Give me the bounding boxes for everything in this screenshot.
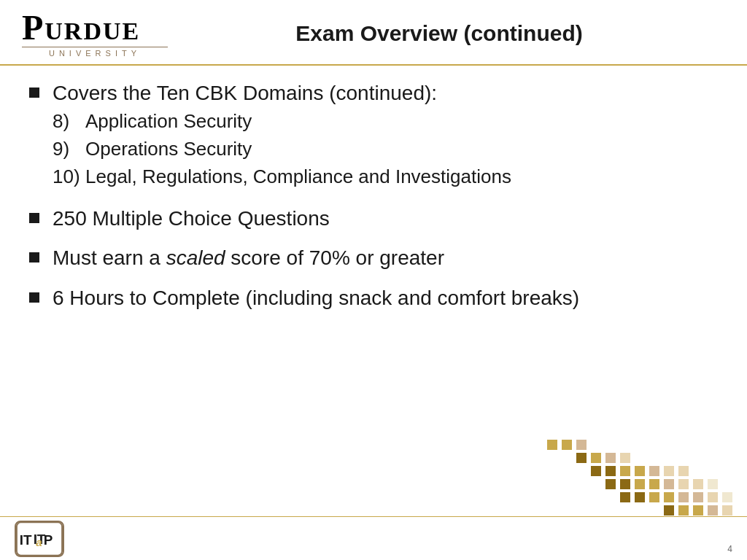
slide-title: Exam Overview (continued) (168, 21, 725, 46)
subitem-8-num: 8) (53, 109, 85, 134)
subitem-10-num: 10) (53, 165, 85, 190)
bullet4-text: 6 Hours to Complete (including snack and… (53, 287, 579, 309)
bullet3-text-after: score of 70% or greater (225, 246, 444, 269)
bullet-item-2: 250 Multiple Choice Questions (29, 206, 718, 232)
svg-text:P: P (44, 532, 53, 548)
subitem-8-text: Application Security (85, 109, 718, 134)
decorative-dots (514, 432, 732, 520)
bullet3-text-italic: scaled (166, 246, 225, 269)
bullet-list: Covers the Ten CBK Domains (continued): … (29, 80, 718, 311)
svg-text:IT: IT (20, 532, 32, 548)
bullet-square-2 (29, 213, 39, 223)
itap-logo: IT IT IT a P (15, 521, 64, 557)
bullet-item-4: 6 Hours to Complete (including snack and… (29, 285, 718, 311)
bullet3-text-before: Must earn a (53, 246, 166, 269)
bullet-square-3 (29, 252, 39, 262)
subitem-10: 10) Legal, Regulations, Compliance and I… (53, 165, 718, 190)
page-number: 4 (727, 544, 732, 554)
subitem-10-text: Legal, Regulations, Compliance and Inves… (85, 165, 718, 190)
subitem-9-num: 9) (53, 137, 85, 162)
sub-list: 8) Application Security 9) Operations Se… (53, 109, 718, 189)
footer: IT IT IT a P 4 (0, 516, 747, 560)
header: Purdue UNIVERSITY Exam Overview (continu… (0, 0, 747, 66)
bullet-content-1: Covers the Ten CBK Domains (continued): … (53, 80, 718, 192)
subitem-8: 8) Application Security (53, 109, 718, 134)
logo-area: Purdue UNIVERSITY (22, 10, 168, 58)
subitem-9-text: Operations Security (85, 137, 718, 162)
bullet-square-1 (29, 88, 39, 98)
bullet1-text: Covers the Ten CBK Domains (continued): (53, 82, 437, 104)
university-label: UNIVERSITY (22, 47, 168, 58)
subitem-9: 9) Operations Security (53, 137, 718, 162)
purdue-logo: Purdue (22, 10, 140, 45)
bullet-content-2: 250 Multiple Choice Questions (53, 206, 718, 232)
bullet-content-3: Must earn a scaled score of 70% or great… (53, 245, 718, 271)
svg-text:a: a (36, 536, 42, 548)
bullet-square-4 (29, 292, 39, 303)
bullet-content-4: 6 Hours to Complete (including snack and… (53, 285, 718, 311)
bullet2-text: 250 Multiple Choice Questions (53, 207, 330, 230)
bullet-item-3: Must earn a scaled score of 70% or great… (29, 245, 718, 271)
bullet-item-1: Covers the Ten CBK Domains (continued): … (29, 80, 718, 192)
